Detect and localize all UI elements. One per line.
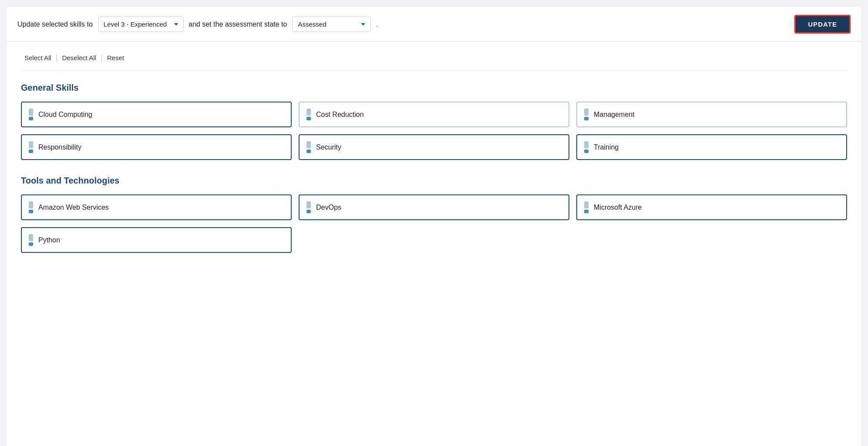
skill-name-security: Security bbox=[316, 143, 341, 151]
skill-card-python[interactable]: Python bbox=[21, 227, 292, 253]
skill-card-azure[interactable]: Microsoft Azure bbox=[576, 194, 847, 220]
skill-name-python: Python bbox=[38, 236, 60, 244]
divider-2: | bbox=[101, 53, 103, 62]
skill-icon-bottom bbox=[584, 150, 589, 153]
skill-icon-top bbox=[29, 201, 33, 208]
skill-icon-top bbox=[584, 109, 589, 116]
actions-bar: Select All | Deselect All | Reset bbox=[21, 52, 847, 71]
skill-name-training: Training bbox=[594, 143, 619, 151]
toolbar: Update selected skills to Level 3 - Expe… bbox=[7, 7, 861, 42]
skill-name-azure: Microsoft Azure bbox=[594, 204, 642, 211]
skill-level-icon bbox=[306, 201, 311, 213]
skill-level-icon bbox=[29, 141, 33, 153]
skill-card-aws[interactable]: Amazon Web Services bbox=[21, 194, 292, 220]
section-general-skills: General SkillsCloud ComputingCost Reduct… bbox=[21, 83, 847, 160]
skill-icon-bottom bbox=[306, 117, 311, 120]
skill-name-aws: Amazon Web Services bbox=[38, 204, 109, 211]
skill-card-responsibility[interactable]: Responsibility bbox=[21, 134, 292, 160]
deselect-all-link[interactable]: Deselect All bbox=[58, 52, 99, 63]
select-all-link[interactable]: Select All bbox=[21, 52, 55, 63]
reset-link[interactable]: Reset bbox=[103, 52, 127, 63]
skill-level-icon bbox=[306, 141, 311, 153]
skill-icon-top bbox=[306, 109, 311, 116]
main-content: Select All | Deselect All | Reset Genera… bbox=[7, 42, 861, 446]
skill-level-icon bbox=[29, 201, 33, 213]
skills-grid-general-skills: Cloud ComputingCost ReductionManagementR… bbox=[21, 102, 847, 160]
divider-1: | bbox=[56, 53, 58, 62]
skills-grid-tools-technologies: Amazon Web ServicesDevOpsMicrosoft Azure… bbox=[21, 194, 847, 253]
section-title-general-skills: General Skills bbox=[21, 83, 847, 93]
skill-icon-top bbox=[29, 141, 33, 148]
level-select-wrapper[interactable]: Level 3 - Experienced bbox=[98, 17, 184, 32]
skill-icon-bottom bbox=[584, 117, 589, 120]
skill-card-cost-reduction[interactable]: Cost Reduction bbox=[299, 102, 569, 127]
skill-name-responsibility: Responsibility bbox=[38, 143, 82, 151]
skill-icon-bottom bbox=[306, 150, 311, 153]
toolbar-separator: and set the assessment state to bbox=[189, 20, 287, 28]
skill-icon-bottom bbox=[29, 150, 33, 153]
skill-name-cost-reduction: Cost Reduction bbox=[316, 111, 364, 119]
assessment-select[interactable]: Assessed bbox=[292, 17, 371, 32]
skill-card-security[interactable]: Security bbox=[299, 134, 569, 160]
skill-icon-bottom bbox=[306, 210, 311, 213]
skill-name-devops: DevOps bbox=[316, 204, 341, 211]
skill-name-management: Management bbox=[594, 111, 634, 119]
skill-level-icon bbox=[584, 141, 589, 153]
section-tools-technologies: Tools and TechnologiesAmazon Web Service… bbox=[21, 176, 847, 253]
skill-name-cloud-computing: Cloud Computing bbox=[38, 111, 92, 119]
assessment-select-wrapper[interactable]: Assessed bbox=[292, 17, 371, 32]
skill-level-icon bbox=[584, 201, 589, 213]
update-button[interactable]: UPDATE bbox=[794, 15, 851, 34]
skill-card-cloud-computing[interactable]: Cloud Computing bbox=[21, 102, 292, 127]
skill-icon-bottom bbox=[29, 210, 33, 213]
toolbar-prefix: Update selected skills to bbox=[17, 20, 93, 28]
skill-card-training[interactable]: Training bbox=[576, 134, 847, 160]
skill-level-icon bbox=[29, 109, 33, 120]
skill-icon-top bbox=[29, 234, 33, 241]
skill-icon-top bbox=[29, 109, 33, 116]
toolbar-period: . bbox=[376, 20, 378, 28]
level-select[interactable]: Level 3 - Experienced bbox=[98, 17, 184, 32]
skill-icon-top bbox=[584, 141, 589, 148]
skill-icon-top bbox=[306, 201, 311, 208]
skill-icon-bottom bbox=[29, 117, 33, 120]
skill-card-devops[interactable]: DevOps bbox=[299, 194, 569, 220]
skill-level-icon bbox=[306, 109, 311, 120]
section-title-tools-technologies: Tools and Technologies bbox=[21, 176, 847, 186]
skill-icon-top bbox=[584, 201, 589, 208]
skill-icon-top bbox=[306, 141, 311, 148]
skill-card-management[interactable]: Management bbox=[576, 102, 847, 127]
skill-icon-bottom bbox=[584, 210, 589, 213]
sections-container: General SkillsCloud ComputingCost Reduct… bbox=[21, 83, 847, 253]
skill-level-icon bbox=[29, 234, 33, 246]
skill-level-icon bbox=[584, 109, 589, 120]
skill-icon-bottom bbox=[29, 242, 33, 246]
